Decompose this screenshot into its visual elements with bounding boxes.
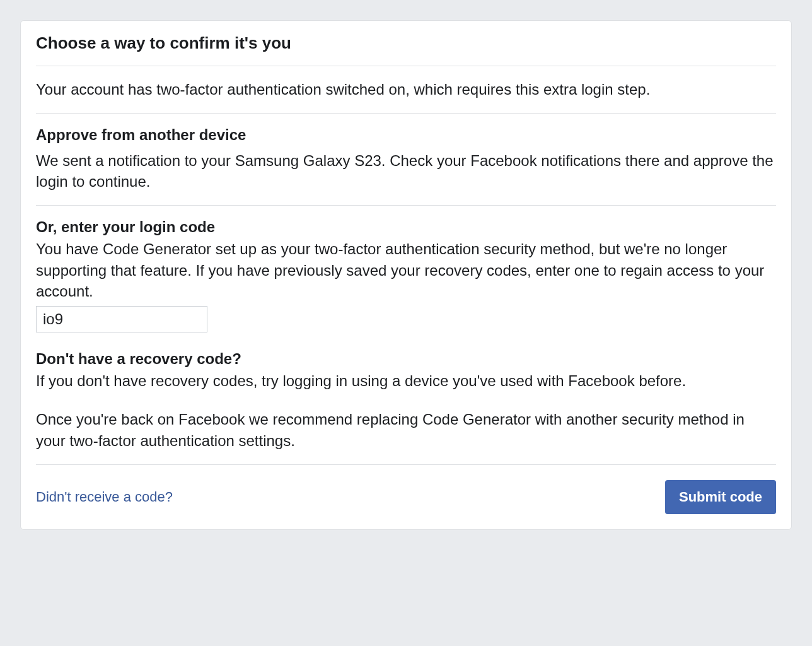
resend-code-link[interactable]: Didn't receive a code? [36,489,173,505]
code-and-recovery-section: Or, enter your login code You have Code … [36,206,776,465]
approve-section: Approve from another device We sent a no… [36,114,776,206]
approve-text: We sent a notification to your Samsung G… [36,150,776,192]
two-factor-card: Choose a way to confirm it's you Your ac… [20,20,792,530]
approve-heading: Approve from another device [36,126,776,144]
intro-text: Your account has two-factor authenticati… [36,79,776,100]
header-section: Choose a way to confirm it's you [36,21,776,66]
login-code-input[interactable] [36,306,207,332]
card-title: Choose a way to confirm it's you [36,33,776,53]
no-code-text-2: Once you're back on Facebook we recommen… [36,409,776,451]
no-code-heading: Don't have a recovery code? [36,350,776,368]
footer-section: Didn't receive a code? Submit code [36,465,776,529]
code-entry-heading: Or, enter your login code [36,218,776,236]
code-entry-text: You have Code Generator set up as your t… [36,238,776,302]
no-code-text-1: If you don't have recovery codes, try lo… [36,370,776,392]
submit-code-button[interactable]: Submit code [665,480,776,514]
intro-section: Your account has two-factor authenticati… [36,66,776,114]
